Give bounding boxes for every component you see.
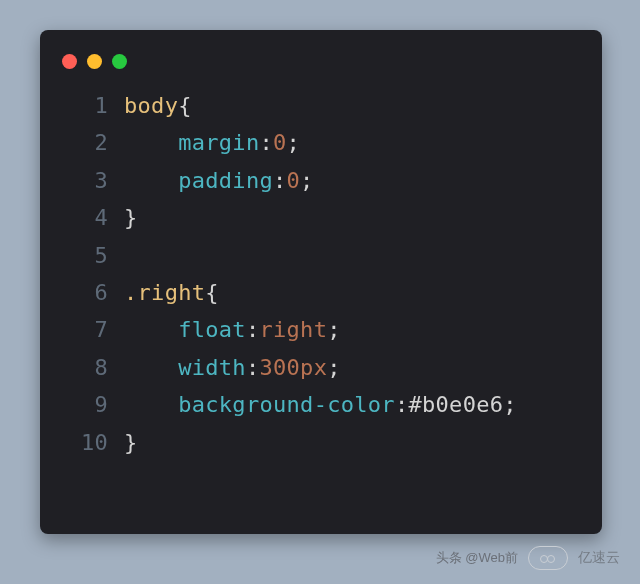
- code-token: 0: [273, 124, 287, 161]
- watermark-source: 头条 @Web前: [436, 549, 518, 567]
- code-token: width: [178, 349, 246, 386]
- code-token: :: [273, 162, 287, 199]
- code-line: 10}: [62, 424, 580, 461]
- cloud-icon: [528, 546, 568, 570]
- code-token: }: [124, 424, 138, 461]
- line-number: 8: [62, 349, 124, 386]
- line-number: 3: [62, 162, 124, 199]
- code-token: {: [205, 274, 219, 311]
- line-number: 10: [62, 424, 124, 461]
- watermark: 头条 @Web前 亿速云: [436, 546, 620, 570]
- code-token: ;: [300, 162, 314, 199]
- code-token: .right: [124, 274, 205, 311]
- code-token: #b0e0e6: [408, 386, 503, 423]
- code-token: margin: [178, 124, 259, 161]
- code-token: 0: [287, 162, 301, 199]
- code-line: 1body{: [62, 87, 580, 124]
- code-line: 5: [62, 237, 580, 274]
- line-number: 9: [62, 386, 124, 423]
- code-line: 2 margin:0;: [62, 124, 580, 161]
- code-token: :: [395, 386, 409, 423]
- code-token: :: [246, 311, 260, 348]
- code-block: 1body{2 margin:0;3 padding:0;4}56.right{…: [62, 87, 580, 461]
- code-editor-window: 1body{2 margin:0;3 padding:0;4}56.right{…: [40, 30, 602, 534]
- svg-point-1: [548, 556, 555, 563]
- code-token: [124, 349, 178, 386]
- code-line: 4}: [62, 199, 580, 236]
- code-token: [124, 162, 178, 199]
- zoom-icon[interactable]: [112, 54, 127, 69]
- line-number: 7: [62, 311, 124, 348]
- code-token: padding: [178, 162, 273, 199]
- code-token: :: [259, 124, 273, 161]
- code-token: background-color: [178, 386, 395, 423]
- line-number: 5: [62, 237, 124, 274]
- line-number: 2: [62, 124, 124, 161]
- close-icon[interactable]: [62, 54, 77, 69]
- code-token: [124, 124, 178, 161]
- svg-point-0: [541, 556, 548, 563]
- code-token: }: [124, 199, 138, 236]
- code-token: ;: [327, 311, 341, 348]
- line-number: 1: [62, 87, 124, 124]
- code-token: [124, 386, 178, 423]
- code-token: ;: [327, 349, 341, 386]
- code-token: ;: [287, 124, 301, 161]
- traffic-lights: [62, 54, 580, 69]
- code-line: 7 float:right;: [62, 311, 580, 348]
- code-token: :: [246, 349, 260, 386]
- code-line: 8 width:300px;: [62, 349, 580, 386]
- code-line: 3 padding:0;: [62, 162, 580, 199]
- code-token: {: [178, 87, 192, 124]
- code-line: 9 background-color:#b0e0e6;: [62, 386, 580, 423]
- watermark-brand: 亿速云: [578, 549, 620, 567]
- code-token: float: [178, 311, 246, 348]
- code-token: right: [259, 311, 327, 348]
- minimize-icon[interactable]: [87, 54, 102, 69]
- code-token: ;: [503, 386, 517, 423]
- code-token: body: [124, 87, 178, 124]
- line-number: 4: [62, 199, 124, 236]
- code-token: 300px: [259, 349, 327, 386]
- line-number: 6: [62, 274, 124, 311]
- code-line: 6.right{: [62, 274, 580, 311]
- code-token: [124, 311, 178, 348]
